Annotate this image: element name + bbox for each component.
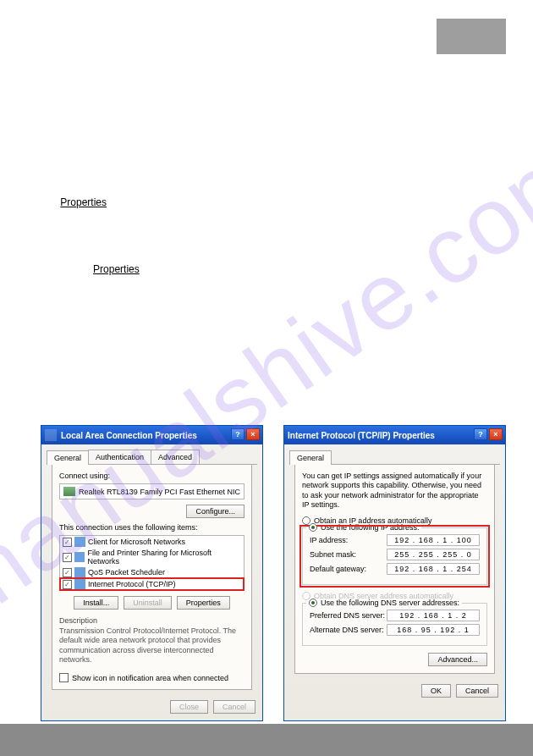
ip-fieldset: Use the following IP address: IP address…: [302, 527, 487, 585]
intro-text: You can get IP settings assigned automat…: [302, 472, 487, 510]
radio-manual-ip[interactable]: [309, 523, 317, 532]
uninstall-button[interactable]: Uninstall: [124, 596, 172, 610]
radio-manual-ip-label: Use the following IP address:: [321, 523, 419, 532]
dns-fieldset: Use the following DNS server addresses: …: [302, 603, 487, 646]
tab-general[interactable]: General: [47, 450, 89, 465]
page-footer: [0, 724, 533, 756]
pref-dns-field[interactable]: 192 . 168 . 1 . 2: [387, 610, 480, 621]
ip-address-field[interactable]: 192 . 168 . 1 . 100: [387, 534, 480, 546]
list-item-label: File and Printer Sharing for Microsoft N…: [87, 549, 241, 566]
gateway-label: Default gateway:: [310, 565, 366, 573]
show-icon-checkbox[interactable]: ✓: [59, 673, 69, 682]
checkbox-icon[interactable]: ✓: [63, 580, 72, 589]
component-icon: [74, 567, 85, 577]
list-item-label: Client for Microsoft Networks: [88, 538, 185, 546]
checkbox-icon[interactable]: ✓: [63, 538, 72, 547]
configure-button[interactable]: Configure...: [186, 505, 245, 518]
ok-button[interactable]: OK: [421, 684, 451, 698]
nic-field: Realtek RTL8139 Family PCI Fast Ethernet…: [59, 483, 245, 499]
component-icon: [74, 552, 85, 562]
cancel-button[interactable]: Cancel: [456, 684, 498, 698]
ip-address-label: IP address:: [310, 536, 348, 544]
cancel-dialog-button[interactable]: Cancel: [213, 700, 256, 714]
instr-text: Double click: [36, 263, 93, 275]
properties-link-1[interactable]: Properties: [60, 196, 107, 208]
properties-button[interactable]: Properties: [177, 596, 230, 610]
tab-authentication[interactable]: Authentication: [88, 450, 151, 464]
close-button[interactable]: ×: [489, 428, 503, 440]
tab-strip: General: [289, 450, 500, 465]
advanced-button[interactable]: Advanced...: [428, 653, 487, 666]
list-item[interactable]: ✓ QoS Packet Scheduler: [60, 566, 244, 578]
close-button[interactable]: ×: [246, 428, 260, 440]
component-icon: [74, 579, 85, 589]
instr-text: Click: [36, 196, 60, 208]
lan-properties-dialog: Local Area Connection Properties ? × Gen…: [41, 425, 263, 721]
window-title: Internet Protocol (TCP/IP) Properties: [288, 431, 435, 440]
pref-dns-label: Preferred DNS server:: [310, 611, 385, 620]
list-item-tcpip[interactable]: ✓ Internet Protocol (TCP/IP): [60, 578, 244, 590]
radio-manual-dns[interactable]: [309, 599, 317, 607]
items-label: This connection uses the following items…: [59, 523, 245, 532]
checkbox-icon[interactable]: ✓: [63, 568, 72, 577]
checkbox-icon[interactable]: ✓: [63, 553, 72, 562]
radio-manual-dns-label: Use the following DNS server addresses:: [321, 599, 459, 607]
instr-text: button.: [142, 263, 173, 275]
list-item-label: QoS Packet Scheduler: [88, 568, 165, 577]
connect-using-label: Connect using:: [59, 472, 245, 480]
components-list[interactable]: ✓ Client for Microsoft Networks ✓ File a…: [59, 535, 245, 591]
instruction-block: Click Properties button. Double click Pr…: [36, 119, 492, 278]
window-icon: [45, 429, 57, 441]
subnet-label: Subnet mask:: [310, 550, 356, 559]
titlebar[interactable]: Internet Protocol (TCP/IP) Properties ? …: [284, 426, 505, 444]
tcpip-properties-dialog: Internet Protocol (TCP/IP) Properties ? …: [283, 425, 506, 721]
page-badge: [437, 19, 506, 54]
tab-advanced[interactable]: Advanced: [151, 450, 200, 464]
component-icon: [74, 537, 85, 547]
help-button[interactable]: ?: [231, 428, 245, 440]
properties-link-2[interactable]: Properties: [93, 263, 140, 275]
tab-general[interactable]: General: [289, 450, 332, 465]
tab-strip: General Authentication Advanced: [47, 450, 257, 465]
install-button[interactable]: Install...: [74, 596, 118, 610]
show-icon-label: Show icon in notification area when conn…: [72, 674, 228, 682]
alt-dns-label: Alternate DNS server:: [310, 626, 384, 634]
description-label: Description: [59, 616, 245, 625]
list-item-label: Internet Protocol (TCP/IP): [88, 580, 176, 588]
nic-name: Realtek RTL8139 Family PCI Fast Ethernet…: [79, 488, 240, 496]
list-item[interactable]: ✓ File and Printer Sharing for Microsoft…: [60, 548, 244, 566]
gateway-field[interactable]: 192 . 168 . 1 . 254: [387, 563, 480, 575]
titlebar[interactable]: Local Area Connection Properties ? ×: [41, 426, 262, 444]
instr-text: button.: [109, 196, 140, 208]
nic-icon: [63, 487, 75, 496]
alt-dns-field[interactable]: 168 . 95 . 192 . 1: [387, 624, 480, 636]
close-dialog-button[interactable]: Close: [170, 700, 208, 714]
list-item[interactable]: ✓ Client for Microsoft Networks: [60, 536, 244, 548]
help-button[interactable]: ?: [474, 428, 487, 440]
description-text: Transmission Control Protocol/Internet P…: [59, 626, 245, 665]
window-title: Local Area Connection Properties: [61, 431, 197, 440]
subnet-field[interactable]: 255 . 255 . 255 . 0: [387, 549, 480, 560]
